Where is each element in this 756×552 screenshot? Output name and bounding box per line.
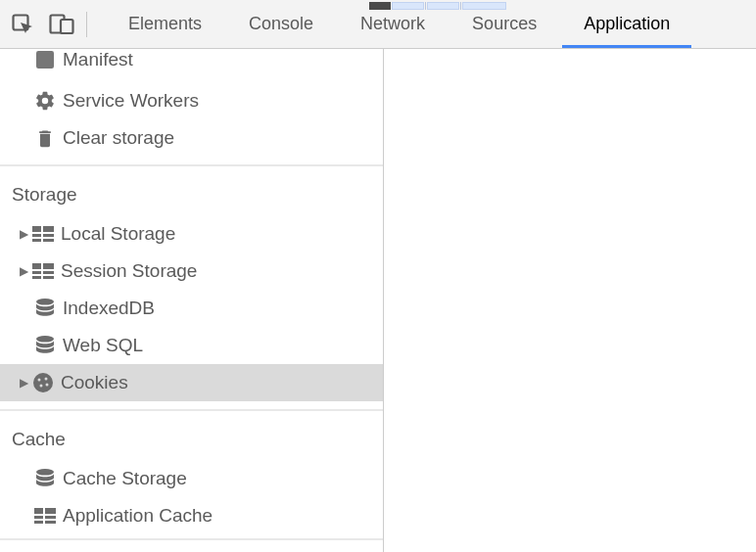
expand-arrow-icon: ▶ bbox=[16, 264, 31, 278]
tab-sources[interactable]: Sources bbox=[449, 0, 560, 48]
sidebar-item-label: Local Storage bbox=[61, 223, 175, 245]
grid-icon bbox=[31, 259, 55, 283]
svg-point-22 bbox=[46, 384, 49, 387]
tab-console[interactable]: Console bbox=[225, 0, 337, 48]
sidebar-item-clear-storage[interactable]: Clear storage bbox=[0, 119, 383, 157]
application-sidebar: Manifest Service Workers Clear storage S… bbox=[0, 49, 384, 552]
trash-icon bbox=[33, 126, 57, 150]
sidebar-item-cookies[interactable]: ▶ Cookies bbox=[0, 364, 383, 401]
sidebar-item-label: IndexedDB bbox=[63, 298, 155, 319]
panel-content bbox=[384, 49, 756, 552]
svg-rect-12 bbox=[32, 271, 41, 274]
sidebar-item-local-storage[interactable]: ▶ Local Storage bbox=[0, 215, 383, 253]
svg-point-16 bbox=[36, 299, 54, 305]
svg-rect-14 bbox=[32, 276, 41, 279]
gear-icon bbox=[33, 89, 57, 113]
database-icon bbox=[33, 467, 57, 490]
svg-rect-4 bbox=[32, 226, 41, 232]
svg-rect-25 bbox=[45, 508, 56, 514]
svg-point-23 bbox=[36, 469, 54, 476]
sidebar-item-label: Cache Storage bbox=[63, 468, 187, 489]
sidebar-item-label: Clear storage bbox=[63, 127, 174, 149]
sidebar-item-label: Application Cache bbox=[63, 505, 213, 527]
sidebar-item-application-cache[interactable]: Application Cache bbox=[0, 497, 383, 534]
expand-arrow-icon: ▶ bbox=[16, 227, 31, 241]
database-icon bbox=[33, 297, 57, 320]
svg-rect-24 bbox=[34, 508, 43, 514]
svg-rect-29 bbox=[45, 521, 56, 524]
svg-rect-2 bbox=[61, 20, 73, 33]
grid-icon bbox=[33, 504, 57, 528]
svg-rect-5 bbox=[43, 226, 54, 232]
tab-application[interactable]: Application bbox=[560, 0, 693, 48]
sidebar-item-cache-storage[interactable]: Cache Storage bbox=[0, 460, 383, 497]
svg-rect-8 bbox=[32, 239, 41, 242]
tab-label: Console bbox=[249, 14, 313, 34]
svg-point-21 bbox=[40, 385, 43, 388]
svg-rect-6 bbox=[32, 234, 41, 237]
svg-rect-26 bbox=[34, 516, 43, 519]
sidebar-item-label: Web SQL bbox=[63, 335, 143, 356]
devtools-toolbar: Elements Console Network Sources Applica… bbox=[0, 0, 756, 49]
svg-rect-15 bbox=[43, 276, 54, 279]
tab-label: Application bbox=[584, 14, 670, 34]
device-toolbar-icon[interactable] bbox=[45, 8, 78, 41]
group-separator bbox=[0, 538, 383, 540]
sidebar-item-session-storage[interactable]: ▶ Session Storage bbox=[0, 253, 383, 290]
cookie-icon bbox=[31, 371, 55, 394]
tab-label: Sources bbox=[472, 14, 537, 34]
svg-rect-28 bbox=[34, 521, 43, 524]
group-title-storage: Storage bbox=[0, 166, 383, 215]
tab-label: Elements bbox=[128, 14, 202, 34]
devtools-tabs: Elements Console Network Sources Applica… bbox=[105, 0, 693, 48]
sidebar-item-label: Session Storage bbox=[61, 260, 197, 282]
expand-arrow-icon: ▶ bbox=[16, 376, 31, 390]
sidebar-item-label: Cookies bbox=[61, 372, 128, 393]
svg-point-18 bbox=[33, 373, 53, 392]
tab-elements[interactable]: Elements bbox=[105, 0, 225, 48]
sidebar-item-label: Service Workers bbox=[63, 90, 199, 112]
svg-rect-10 bbox=[32, 263, 41, 269]
svg-point-17 bbox=[36, 336, 54, 343]
manifest-icon bbox=[33, 49, 57, 71]
grid-icon bbox=[31, 222, 55, 246]
svg-rect-11 bbox=[43, 263, 54, 269]
toolbar-separator bbox=[86, 12, 87, 37]
svg-rect-7 bbox=[43, 234, 54, 237]
svg-point-20 bbox=[45, 378, 48, 381]
inspect-element-icon[interactable] bbox=[6, 8, 39, 41]
svg-point-19 bbox=[38, 379, 41, 382]
tab-label: Network bbox=[360, 14, 425, 34]
tab-network[interactable]: Network bbox=[337, 0, 449, 48]
sidebar-item-service-workers[interactable]: Service Workers bbox=[0, 82, 383, 119]
database-icon bbox=[33, 334, 57, 357]
sidebar-item-label: Manifest bbox=[63, 49, 133, 70]
sidebar-item-websql[interactable]: Web SQL bbox=[0, 327, 383, 364]
group-title-cache: Cache bbox=[0, 411, 383, 460]
svg-rect-27 bbox=[45, 516, 56, 519]
sidebar-item-indexeddb[interactable]: IndexedDB bbox=[0, 290, 383, 327]
sidebar-item-manifest[interactable]: Manifest bbox=[0, 49, 383, 78]
svg-rect-9 bbox=[43, 239, 54, 242]
svg-rect-3 bbox=[36, 51, 54, 69]
svg-rect-13 bbox=[43, 271, 54, 274]
